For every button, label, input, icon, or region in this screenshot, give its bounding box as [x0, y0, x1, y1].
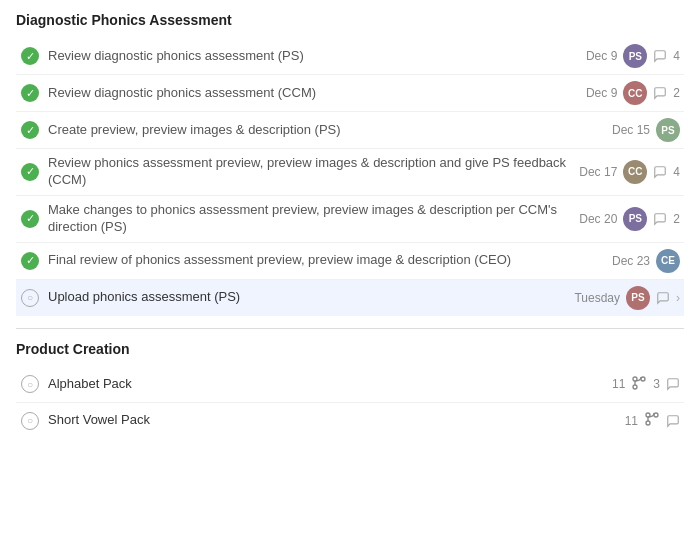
comment-icon — [653, 165, 667, 179]
section-divider — [16, 328, 684, 329]
task-row[interactable]: ✓ Make changes to phonics assessment pre… — [16, 196, 684, 243]
task-row[interactable]: ✓ Create preview, preview images & descr… — [16, 112, 684, 149]
comment-icon — [656, 291, 670, 305]
comment-icon — [666, 414, 680, 428]
check-pending-icon: ○ — [20, 288, 40, 308]
task-row-active[interactable]: ○ Upload phonics assessment (PS) Tuesday… — [16, 280, 684, 316]
task-row[interactable]: ✓ Review diagnostic phonics assessment (… — [16, 75, 684, 112]
comment-icon — [666, 377, 680, 391]
check-completed-icon: ✓ — [20, 251, 40, 271]
task-meta: Dec 15 PS — [612, 118, 680, 142]
comment-icon — [653, 212, 667, 226]
svg-point-1 — [633, 385, 637, 389]
task-date: Dec 9 — [579, 49, 617, 63]
task-meta: Dec 9 PS 4 — [579, 44, 680, 68]
comment-count: 4 — [673, 49, 680, 63]
app-container: Diagnostic Phonics Assessment ✓ Review d… — [16, 12, 684, 439]
chevron-right-icon: › — [676, 291, 680, 305]
comment-count: 2 — [673, 86, 680, 100]
task-meta: 11 — [600, 411, 680, 430]
comment-icon — [653, 49, 667, 63]
comment-count: 3 — [653, 377, 660, 391]
task-subtask-count: 11 — [600, 414, 638, 428]
task-meta: Tuesday PS › — [574, 286, 680, 310]
task-date: Dec 20 — [579, 212, 617, 226]
check-completed-icon: ✓ — [20, 83, 40, 103]
section-title-diagnostic: Diagnostic Phonics Assessment — [16, 12, 684, 32]
check-pending-icon: ○ — [20, 374, 40, 394]
task-meta: 11 3 — [587, 375, 680, 394]
branch-icon — [644, 411, 660, 430]
task-label-short-vowel-pack: Short Vowel Pack — [48, 412, 590, 429]
task-label: Alphabet Pack — [48, 376, 577, 393]
comment-count: 2 — [673, 212, 680, 226]
task-row[interactable]: ✓ Final review of phonics assessment pre… — [16, 243, 684, 280]
task-label: Final review of phonics assessment previ… — [48, 252, 602, 269]
avatar: PS — [626, 286, 650, 310]
check-completed-icon: ✓ — [20, 120, 40, 140]
comment-count: 4 — [673, 165, 680, 179]
section-diagnostic: Diagnostic Phonics Assessment ✓ Review d… — [16, 12, 684, 316]
avatar: PS — [623, 44, 647, 68]
check-completed-icon: ✓ — [20, 209, 40, 229]
svg-point-4 — [646, 421, 650, 425]
branch-icon — [631, 375, 647, 394]
task-date: Dec 9 — [579, 86, 617, 100]
task-label: Create preview, preview images & descrip… — [48, 122, 602, 139]
section-title-product: Product Creation — [16, 341, 684, 361]
avatar: PS — [656, 118, 680, 142]
comment-icon — [653, 86, 667, 100]
task-label: Upload phonics assessment (PS) — [48, 289, 564, 306]
task-subtask-count: 11 — [587, 377, 625, 391]
task-label: Make changes to phonics assessment previ… — [48, 202, 569, 236]
avatar: CC — [623, 81, 647, 105]
avatar: CC — [623, 160, 647, 184]
task-meta: Dec 23 CE — [612, 249, 680, 273]
task-label: Review diagnostic phonics assessment (CC… — [48, 85, 569, 102]
task-date: Dec 15 — [612, 123, 650, 137]
task-row[interactable]: ○ Alphabet Pack 11 3 — [16, 367, 684, 403]
check-completed-icon: ✓ — [20, 162, 40, 182]
avatar: CE — [656, 249, 680, 273]
task-row[interactable]: ○ Short Vowel Pack 11 — [16, 403, 684, 439]
task-meta: Dec 9 CC 2 — [579, 81, 680, 105]
task-list-diagnostic: ✓ Review diagnostic phonics assessment (… — [16, 38, 684, 316]
check-completed-icon: ✓ — [20, 46, 40, 66]
task-row[interactable]: ✓ Review phonics assessment preview, pre… — [16, 149, 684, 196]
task-label: Review diagnostic phonics assessment (PS… — [48, 48, 569, 65]
task-date: Dec 23 — [612, 254, 650, 268]
task-date: Tuesday — [574, 291, 620, 305]
avatar: PS — [623, 207, 647, 231]
task-label: Review phonics assessment preview, previ… — [48, 155, 569, 189]
task-list-product: ○ Alphabet Pack 11 3 ○ — [16, 367, 684, 439]
check-pending-icon: ○ — [20, 411, 40, 431]
task-date: Dec 17 — [579, 165, 617, 179]
task-meta: Dec 17 CC 4 — [579, 160, 680, 184]
task-row[interactable]: ✓ Review diagnostic phonics assessment (… — [16, 38, 684, 75]
task-meta: Dec 20 PS 2 — [579, 207, 680, 231]
section-product: Product Creation ○ Alphabet Pack 11 3 — [16, 341, 684, 439]
